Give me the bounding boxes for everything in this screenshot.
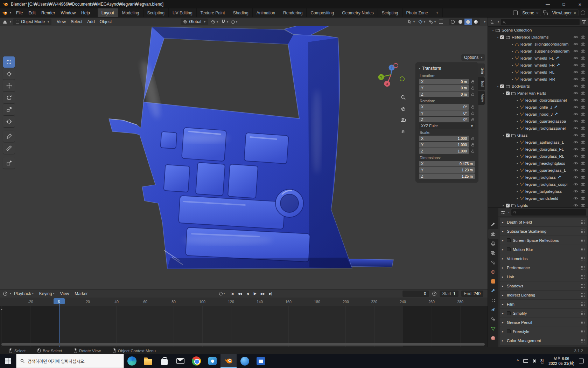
drag-grip-icon[interactable] — [581, 275, 585, 279]
orientation-dropdown[interactable]: Global▾ — [181, 19, 208, 25]
frame-end-field[interactable]: End240 — [461, 291, 483, 297]
section-subsurface-scattering[interactable]: ▸Subsurface Scattering — [500, 227, 587, 236]
visibility-eye-icon[interactable] — [573, 112, 578, 117]
section-simplify[interactable]: ▸Simplify — [500, 309, 587, 318]
workspace-tab-shading[interactable]: Shading — [229, 8, 253, 17]
menu-object[interactable]: Object — [97, 19, 114, 24]
shading-dropdown-caret-icon[interactable]: ▾ — [484, 20, 485, 23]
world-tab-icon[interactable] — [488, 267, 498, 277]
visibility-eye-icon[interactable] — [573, 154, 578, 159]
zoom-button[interactable] — [399, 93, 408, 102]
expand-arrow[interactable]: ▸ — [515, 106, 520, 109]
tool-scale[interactable] — [3, 104, 15, 115]
blender-taskbar-button[interactable] — [220, 354, 237, 368]
outliner-row[interactable]: ▸legvan_wheels_RL — [488, 69, 588, 76]
render-camera-icon[interactable] — [581, 175, 586, 180]
drag-grip-icon[interactable] — [581, 293, 585, 297]
volume-icon[interactable] — [533, 359, 536, 363]
expand-arrow[interactable]: ▸ — [515, 155, 520, 158]
drag-grip-icon[interactable] — [581, 229, 585, 233]
visibility-eye-icon[interactable] — [573, 42, 578, 47]
workspace-tab-animation[interactable]: Animation — [253, 8, 279, 17]
properties-search-input[interactable] — [511, 209, 586, 216]
snap-toggle[interactable]: ▾ — [221, 19, 228, 24]
section-hair[interactable]: ▸Hair — [500, 272, 587, 281]
visibility-eye-icon[interactable] — [573, 175, 578, 180]
render-camera-icon[interactable] — [581, 126, 586, 131]
channel-expand-icon[interactable]: ▸ — [1, 308, 2, 311]
section-indirect-lighting[interactable]: ▸Indirect Lighting — [500, 291, 587, 299]
gizmo-y-neg-axis[interactable] — [400, 77, 404, 81]
scale-y-field[interactable]: Y1.000 — [419, 142, 469, 148]
render-camera-icon[interactable] — [581, 63, 586, 68]
tool-move[interactable] — [3, 80, 15, 91]
outliner-row[interactable]: ▸legvan_suspensiondiagram — [488, 48, 588, 55]
output-tab-icon[interactable] — [488, 239, 498, 248]
outliner-row[interactable]: ▸legvan_doorglass_RL — [488, 153, 588, 160]
menu-view[interactable]: View — [54, 19, 68, 24]
tool-measure[interactable] — [3, 143, 15, 154]
render-tab-icon[interactable] — [488, 229, 498, 239]
store-button[interactable] — [156, 354, 172, 368]
menu-select[interactable]: Select — [68, 19, 85, 24]
expand-arrow[interactable]: ▸ — [515, 99, 520, 102]
outliner-row[interactable]: ▾✓Panel Van Parts — [488, 90, 588, 97]
workspace-tab-modeling[interactable]: Modeling — [118, 8, 144, 17]
collection-checkbox[interactable]: ✓ — [500, 84, 504, 88]
outliner-row[interactable]: ▸legvan_quarterglass_L — [488, 167, 588, 174]
location-x-field[interactable]: X0 m — [419, 79, 469, 84]
outliner-row[interactable]: ▸legvan_roofglass_cospl — [488, 181, 588, 188]
section-checkbox[interactable] — [507, 311, 511, 315]
collection-checkbox[interactable]: ✓ — [506, 91, 510, 95]
editor-type-button[interactable]: ▾ — [2, 19, 11, 25]
outliner-row[interactable]: ▸legvan_doorglass_FL — [488, 146, 588, 153]
overlays-dropdown[interactable]: ▾ — [428, 19, 436, 24]
tool-tab-icon[interactable] — [488, 220, 498, 229]
hidden-icons-chevron[interactable]: ^ — [517, 359, 519, 363]
viewport-3d[interactable]: Z Y X Options▾ ▾Transform Location: X0 m… — [0, 26, 488, 289]
outliner-row[interactable]: ▸legvan_hood_J — [488, 111, 588, 118]
drag-grip-icon[interactable] — [581, 257, 585, 260]
section-color-management[interactable]: ▸Color Management — [500, 336, 587, 345]
outliner-row[interactable]: ▸✓Lights — [488, 202, 588, 207]
properties-editor-icon[interactable] — [500, 210, 505, 215]
outliner-editor-icon[interactable] — [490, 20, 495, 25]
section-shadows[interactable]: ▸Shadows — [500, 281, 587, 290]
menu-keying[interactable]: Keying▾ — [36, 291, 57, 296]
maximize-button[interactable]: □ — [556, 0, 572, 8]
edge-button[interactable] — [124, 354, 140, 368]
frame-start-field[interactable]: Start1 — [440, 291, 458, 297]
tool-transform[interactable] — [3, 116, 15, 127]
collection-checkbox[interactable]: ✓ — [500, 35, 504, 39]
outliner-row[interactable]: ▸legvan_headlightglass — [488, 160, 588, 167]
transform-panel-header[interactable]: ▾Transform — [419, 65, 475, 72]
view-layer-selector[interactable]: ViewLayer× — [550, 9, 579, 16]
minimize-button[interactable]: — — [540, 0, 556, 8]
scale-x-field[interactable]: X1.000 — [419, 136, 469, 141]
scene-selector[interactable]: Scene× — [520, 9, 541, 16]
drag-grip-icon[interactable] — [581, 266, 585, 270]
visibility-eye-icon[interactable] — [573, 196, 578, 201]
expand-arrow[interactable]: ▸ — [501, 204, 506, 207]
workspace-tab-scripting[interactable]: Scripting — [378, 8, 402, 17]
render-camera-icon[interactable] — [581, 91, 586, 96]
lock-icon[interactable] — [471, 86, 475, 90]
outliner-row[interactable]: ▾Scene Collection — [488, 27, 588, 34]
visibility-eye-icon[interactable] — [573, 189, 578, 194]
lock-icon[interactable] — [471, 105, 475, 109]
render-camera-icon[interactable] — [581, 133, 586, 138]
photos-app-button[interactable] — [237, 354, 253, 368]
workspace-tab-layout[interactable]: Layout — [98, 8, 118, 17]
shading-material-button[interactable] — [464, 19, 472, 25]
action-center-icon[interactable] — [579, 359, 584, 363]
visibility-eye-icon[interactable] — [573, 140, 578, 145]
visibility-eye-icon[interactable] — [573, 63, 578, 68]
expand-arrow[interactable]: ▸ — [510, 78, 515, 81]
mail-button[interactable] — [172, 354, 188, 368]
scene-tab-icon[interactable] — [488, 258, 498, 267]
material-tab-icon[interactable] — [488, 333, 498, 343]
render-camera-icon[interactable] — [581, 112, 586, 117]
outliner-row[interactable]: ▸legvan_wheels_FL — [488, 55, 588, 62]
jump-start-button[interactable]: |◀ — [229, 291, 236, 297]
drag-grip-icon[interactable] — [581, 247, 585, 251]
